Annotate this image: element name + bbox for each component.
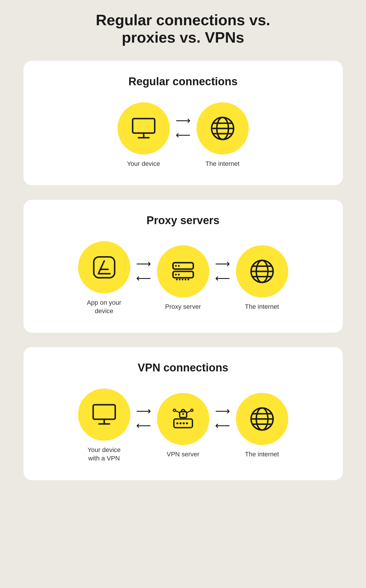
proxy-internet-label: The internet — [245, 303, 279, 311]
svg-point-32 — [183, 422, 185, 424]
svg-point-35 — [182, 413, 184, 415]
vpn-internet-icon-circle — [236, 393, 288, 445]
globe-icon-2 — [248, 257, 277, 286]
svg-line-38 — [176, 411, 180, 413]
regular-internet-icon-circle — [196, 102, 249, 155]
vpn-device-label: Your device with a VPN — [82, 446, 126, 462]
proxy-servers-card: Proxy servers App on your device ⟶ ⟵ — [24, 200, 343, 333]
proxy-arrow-right-2: ⟶ — [215, 259, 230, 269]
regular-internet-column: The internet — [196, 102, 249, 168]
svg-point-18 — [178, 265, 180, 267]
regular-device-icon-circle — [118, 102, 170, 155]
app-icon — [90, 253, 119, 282]
proxy-internet-column: The internet — [236, 245, 288, 311]
globe-icon-3 — [248, 404, 277, 433]
vpn-server-column: VPN server — [157, 393, 209, 459]
svg-point-14 — [182, 279, 183, 280]
svg-point-15 — [185, 279, 186, 280]
regular-device-label: Your device — [127, 160, 160, 168]
proxy-arrow-left-2: ⟵ — [215, 273, 230, 284]
regular-connections-card: Regular connections Your device ⟶ ⟵ — [24, 61, 343, 186]
vpn-server-icon — [169, 404, 198, 433]
regular-arrow-right: ⟶ — [176, 115, 191, 126]
globe-icon — [208, 114, 237, 143]
proxy-arrows-2: ⟶ ⟵ — [215, 259, 230, 284]
svg-rect-0 — [133, 119, 155, 133]
proxy-internet-icon-circle — [236, 245, 288, 297]
vpn-diagram-row: Your device with a VPN ⟶ ⟵ — [78, 389, 288, 462]
svg-point-12 — [176, 279, 178, 280]
vpn-device-icon-circle — [78, 389, 130, 441]
svg-point-16 — [187, 279, 189, 280]
vpn-internet-column: The internet — [236, 393, 288, 459]
proxy-app-label: App on your device — [82, 299, 126, 315]
vpn-server-label: VPN server — [167, 450, 199, 459]
regular-diagram-row: Your device ⟶ ⟵ The internet — [118, 102, 249, 168]
proxy-server-label: Proxy server — [165, 303, 201, 311]
regular-arrow-left: ⟵ — [176, 130, 191, 140]
svg-point-31 — [179, 422, 181, 424]
regular-internet-label: The internet — [205, 160, 239, 168]
vpn-device-column: Your device with a VPN — [78, 389, 130, 462]
svg-point-17 — [175, 265, 177, 267]
server-icon — [169, 257, 198, 286]
vpn-connections-title: VPN connections — [138, 362, 228, 374]
proxy-servers-title: Proxy servers — [147, 214, 219, 227]
proxy-server-icon-circle — [157, 245, 209, 297]
proxy-app-column: App on your device — [78, 241, 130, 315]
svg-rect-26 — [93, 405, 115, 419]
vpn-arrow-right-1: ⟶ — [136, 406, 151, 416]
vpn-internet-label: The internet — [245, 450, 279, 459]
svg-point-13 — [179, 279, 181, 280]
regular-arrows: ⟶ ⟵ — [176, 115, 191, 140]
vpn-arrows-2: ⟶ ⟵ — [215, 406, 230, 431]
vpn-arrow-left-2: ⟵ — [215, 420, 230, 431]
vpn-arrow-right-2: ⟶ — [215, 406, 230, 416]
svg-point-19 — [175, 274, 177, 275]
monitor-vpn-icon — [90, 400, 119, 429]
vpn-connections-card: VPN connections Your device with a VPN ⟶… — [24, 347, 343, 480]
proxy-arrow-right-1: ⟶ — [136, 259, 151, 269]
regular-device-column: Your device — [118, 102, 170, 168]
proxy-app-icon-circle — [78, 241, 130, 293]
proxy-diagram-row: App on your device ⟶ ⟵ — [78, 241, 288, 315]
regular-connections-title: Regular connections — [129, 75, 238, 88]
svg-point-33 — [186, 422, 188, 424]
monitor-icon — [129, 114, 158, 143]
proxy-server-column: Proxy server — [157, 245, 209, 311]
svg-point-20 — [178, 274, 180, 275]
vpn-arrow-left-1: ⟵ — [136, 420, 151, 431]
proxy-arrow-left-1: ⟵ — [136, 273, 151, 284]
proxy-arrows-1: ⟶ ⟵ — [136, 259, 151, 284]
svg-line-39 — [187, 411, 191, 413]
page-title: Regular connections vs. proxies vs. VPNs — [96, 12, 270, 46]
svg-point-30 — [176, 422, 178, 424]
svg-rect-8 — [94, 257, 115, 278]
vpn-arrows-1: ⟶ ⟵ — [136, 406, 151, 431]
vpn-server-icon-circle — [157, 393, 209, 445]
